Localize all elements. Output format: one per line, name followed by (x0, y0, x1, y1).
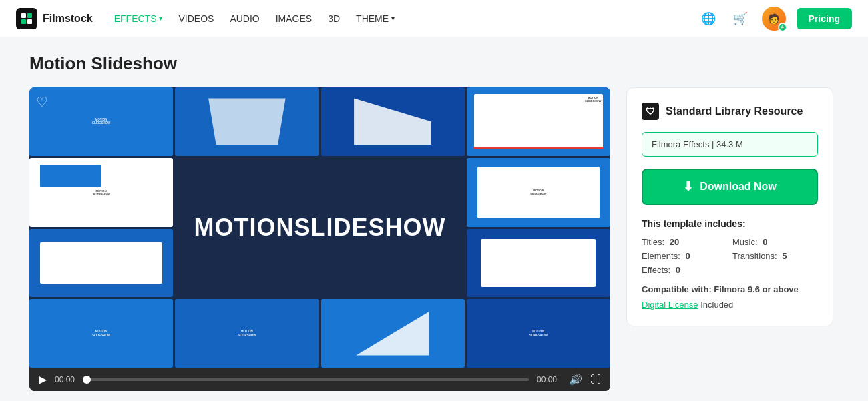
titles-label: Titles: 20 (642, 237, 727, 247)
grid-cell: MOTIONSLIDESHOW (467, 87, 610, 156)
page-title: Motion Slideshow (29, 53, 839, 74)
grid-cell: MOTIONSLIDESHOW (467, 158, 610, 227)
nav-3d[interactable]: 3D (328, 13, 340, 24)
video-preview: ♡ MOTIONSLIDESHOW (29, 87, 610, 368)
file-info-box: Filmora Effects | 34.3 M (642, 132, 818, 157)
license-suffix: Included (700, 300, 733, 310)
nav-audio[interactable]: AUDIO (230, 13, 259, 24)
nav-theme[interactable]: THEME ▾ (356, 13, 395, 24)
logo-text: Filmstock (43, 13, 93, 25)
nav-effects[interactable]: EFFECTS ▾ (114, 13, 163, 24)
grid-cell: MOTIONSLIDESHOW (467, 299, 610, 368)
template-includes-label: This template includes: (642, 218, 818, 229)
globe-icon[interactable]: 🌐 (698, 8, 719, 29)
chevron-down-icon: ▾ (391, 15, 395, 22)
grid-cell: MOTIONSLIDESHOW (29, 158, 173, 227)
video-controls: ▶ 00:00 00:00 🔊 ⛶ (29, 368, 610, 391)
grid-cell (321, 299, 465, 368)
svg-rect-3 (27, 19, 32, 24)
fullscreen-icon[interactable]: ⛶ (590, 374, 601, 386)
compatible-row: Compatible with: Filmora 9.6 or above (642, 284, 818, 294)
digital-license-link[interactable]: Digital License (642, 300, 698, 310)
svg-marker-4 (208, 99, 286, 145)
page-content: Motion Slideshow ♡ MOTIONSLIDESHOW (13, 37, 855, 401)
volume-icon[interactable]: 🔊 (569, 373, 582, 386)
svg-marker-6 (357, 312, 429, 355)
progress-bar[interactable] (87, 378, 529, 381)
grid-cell (29, 229, 173, 298)
grid-cell (321, 87, 465, 156)
avatar[interactable]: 🧑 4 (762, 7, 786, 31)
grid-cell (467, 229, 610, 298)
time-current: 00:00 (55, 375, 79, 384)
svg-rect-1 (27, 13, 32, 18)
license-row: Digital License Included (642, 300, 818, 310)
download-button[interactable]: ⬇ Download Now (642, 169, 818, 205)
logo-icon (16, 8, 37, 29)
template-details: Titles: 20 Music: 0 Elements: 0 Transiti… (642, 237, 818, 275)
effects-label: Effects: 0 (642, 265, 727, 275)
resource-panel: 🛡 Standard Library Resource Filmora Effe… (626, 87, 833, 326)
notification-badge: 4 (778, 23, 787, 32)
video-player: ♡ MOTIONSLIDESHOW (29, 87, 610, 391)
grid-cell (175, 87, 318, 156)
svg-rect-0 (21, 13, 26, 18)
resource-header: 🛡 Standard Library Resource (642, 103, 818, 120)
cart-icon[interactable]: 🛒 (730, 8, 751, 29)
download-icon: ⬇ (683, 179, 693, 194)
resource-label: Standard Library Resource (666, 105, 803, 117)
progress-thumb (83, 376, 91, 384)
download-label: Download Now (700, 181, 777, 193)
grid-cell: MOTIONSLIDESHOW (29, 299, 173, 368)
music-label: Music: 0 (732, 237, 818, 247)
grid-cell: MOTIONSLIDESHOW (29, 87, 173, 156)
video-center-text: MOTION SLIDESHOW (175, 158, 465, 298)
navbar: Filmstock EFFECTS ▾ VIDEOS AUDIO IMAGES … (0, 0, 868, 37)
transitions-label: Transitions: 5 (732, 251, 818, 261)
pricing-button[interactable]: Pricing (797, 8, 852, 29)
logo[interactable]: Filmstock (16, 8, 93, 29)
navbar-right: 🌐 🛒 🧑 4 Pricing (698, 7, 852, 31)
time-total: 00:00 (537, 375, 561, 384)
content-row: ♡ MOTIONSLIDESHOW (29, 87, 839, 391)
svg-marker-5 (354, 99, 431, 145)
chevron-down-icon: ▾ (159, 15, 162, 22)
elements-label: Elements: 0 (642, 251, 727, 261)
grid-cell: MOTIONSLIDESHOW (175, 299, 318, 368)
shield-icon: 🛡 (642, 103, 659, 120)
nav-videos[interactable]: VIDEOS (178, 13, 214, 24)
heart-icon[interactable]: ♡ (36, 94, 48, 110)
play-button[interactable]: ▶ (39, 373, 47, 386)
file-info-text: Filmora Effects | 34.3 M (652, 139, 743, 149)
svg-rect-2 (21, 19, 26, 24)
nav-images[interactable]: IMAGES (276, 13, 312, 24)
